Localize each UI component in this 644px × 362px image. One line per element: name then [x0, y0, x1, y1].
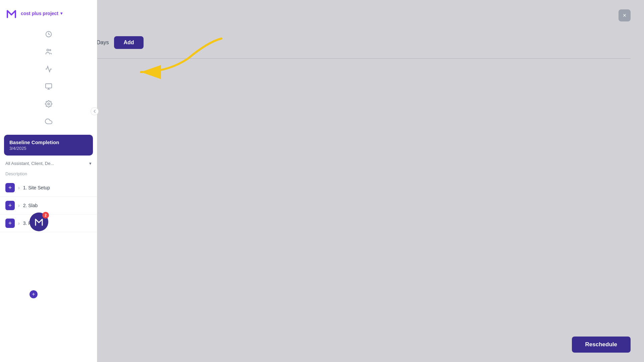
- nav-team[interactable]: [41, 44, 56, 59]
- floating-btn-inner[interactable]: 2: [30, 213, 48, 231]
- svg-rect-3: [45, 84, 51, 88]
- task-add-button-1[interactable]: +: [5, 183, 15, 192]
- app-logo[interactable]: [5, 7, 17, 19]
- nav-settings[interactable]: [41, 97, 56, 111]
- task-expand-icon-1[interactable]: ›: [18, 185, 20, 190]
- modal-close-button[interactable]: ×: [619, 9, 631, 21]
- nav-analytics[interactable]: [41, 62, 56, 76]
- task-add-button-3[interactable]: +: [5, 219, 15, 228]
- sidebar-collapse-button[interactable]: [91, 107, 99, 115]
- filter-chevron-icon: ▾: [89, 161, 92, 166]
- add-action-button[interactable]: Add: [114, 36, 143, 49]
- task-name-2: 2. Slab: [23, 203, 38, 208]
- reschedule-button[interactable]: Reschedule: [572, 337, 631, 353]
- chevron-down-icon: ▾: [60, 11, 62, 16]
- task-item-3: + › 3. Frame: [0, 215, 97, 232]
- task-list: + › 1. Site Setup + › 2. Slab + › 3. Fra…: [0, 179, 97, 232]
- sidebar-header: cost plus project ▾: [0, 3, 97, 23]
- add-mini-button[interactable]: +: [30, 290, 38, 298]
- svg-point-2: [49, 50, 51, 51]
- project-selector[interactable]: cost plus project ▾: [21, 11, 62, 16]
- svg-point-1: [47, 49, 49, 51]
- task-item-2: + › 2. Slab: [0, 197, 97, 215]
- nav-monitor[interactable]: [41, 79, 56, 94]
- task-expand-icon-2[interactable]: ›: [18, 203, 20, 208]
- svg-point-6: [48, 103, 50, 105]
- filter-label: All Assistant, Client, De...: [5, 161, 87, 166]
- baseline-card: Baseline Completion 3/4/2025: [4, 135, 93, 156]
- sidebar-nav: [0, 23, 97, 132]
- filter-row[interactable]: All Assistant, Client, De... ▾: [0, 158, 97, 169]
- baseline-title: Baseline Completion: [9, 139, 88, 145]
- nav-cloud[interactable]: [41, 114, 56, 129]
- task-item: + › 1. Site Setup: [0, 179, 97, 197]
- notification-badge: 2: [42, 212, 49, 219]
- project-name: cost plus project: [21, 11, 58, 16]
- task-name-1: 1. Site Setup: [23, 185, 50, 190]
- description-header: Description: [0, 169, 97, 179]
- nav-dashboard[interactable]: [41, 27, 56, 42]
- task-expand-icon-3[interactable]: ›: [18, 221, 20, 226]
- task-add-button-2[interactable]: +: [5, 201, 15, 210]
- sidebar: cost plus project ▾: [0, 0, 97, 362]
- floating-action-button[interactable]: 2 +: [16, 276, 35, 295]
- add-days-row: Add Work Days Add: [13, 28, 631, 59]
- baseline-date: 3/4/2025: [9, 146, 88, 151]
